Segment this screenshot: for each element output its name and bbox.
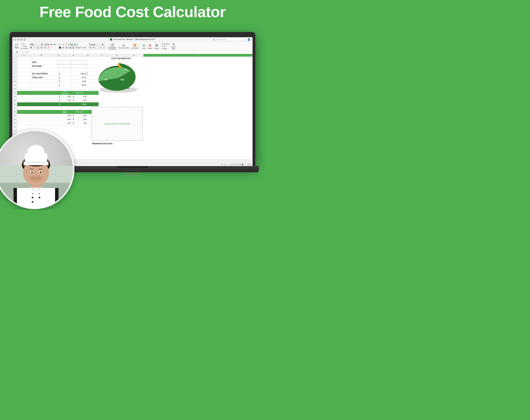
row-num-13: 13 <box>12 91 17 95</box>
percent-btn[interactable]: % <box>92 46 95 49</box>
photo-placeholder-text: Insert a Photo of the Dish <box>103 121 131 126</box>
sale-price-dollar: $ <box>58 72 72 76</box>
align-center-button[interactable]: ☰ <box>62 46 65 49</box>
format-button[interactable]: ⚙ Format <box>153 43 160 49</box>
align-right-button[interactable]: ≣ <box>65 46 68 49</box>
indent-decrease-button[interactable]: ◀ <box>69 46 72 49</box>
formula-cancel-icon[interactable]: ✕ <box>25 51 26 53</box>
search-box[interactable]: Search Sheet <box>215 38 244 41</box>
border-button[interactable]: ⊞ <box>40 46 43 49</box>
align-left-button[interactable]: ⬛ <box>58 46 61 49</box>
col-header-D[interactable]: D <box>66 54 81 56</box>
formula-fx-icon[interactable]: fx <box>27 51 29 53</box>
prep3-total: 1.05 <box>75 121 87 125</box>
delete-button[interactable]: ⊗ Delete <box>147 43 153 49</box>
ingredients-col1 <box>31 91 58 95</box>
view-normal-icon[interactable]: ⊞ <box>221 164 222 165</box>
merge-center-button[interactable]: Merge & Center <box>76 46 87 49</box>
row-num-22: 22 <box>12 125 17 129</box>
font-selector[interactable]: Arial <box>29 43 44 46</box>
svg-point-24 <box>29 175 43 182</box>
row-num-20: 20 <box>12 118 17 121</box>
font-size-selector[interactable]: 10 <box>44 43 50 46</box>
zoom-level: 169% <box>247 164 251 165</box>
ing2-cost: 1.00 <box>61 98 72 102</box>
increase-font-button[interactable]: A+ <box>50 43 53 46</box>
fill-button[interactable]: ▼ Fill <box>162 45 166 47</box>
plus-icon[interactable]: + <box>245 164 246 165</box>
format-paint-button[interactable]: 🖌 Format <box>21 47 28 49</box>
prep1-dollar: $ <box>72 114 75 117</box>
col-header-B[interactable]: B <box>31 54 52 56</box>
font-color-button[interactable]: A <box>47 46 50 49</box>
search-area: 🔍 Search Sheet <box>213 38 244 41</box>
copy-button[interactable]: 📄 Copy <box>21 45 28 47</box>
col-header-H[interactable]: H <box>124 54 144 56</box>
prep3-dollar: $ <box>72 121 75 125</box>
row-num-4: 4 <box>12 57 17 60</box>
cut-button[interactable]: ✂ Cut <box>21 43 28 45</box>
row-ingredient-2: $ 1.00 $ 4.00 <box>17 98 99 102</box>
row-prep-2: 4.50 $ 0.03 <box>17 118 99 121</box>
cell-reference-box[interactable]: I56 <box>13 51 21 53</box>
sort-filter-button[interactable]: ⇅ Sort & Filter <box>171 43 176 49</box>
ing1-cost: 6.20 <box>61 95 72 98</box>
info-block: DATE DISH NAME <box>17 57 99 125</box>
row-6: DISH NAME <box>17 64 99 68</box>
col-header-F[interactable]: F <box>95 54 109 56</box>
view-break-icon[interactable]: — <box>227 164 228 165</box>
col-header-E[interactable]: E <box>81 54 95 56</box>
formula-check-icon[interactable]: ✓ <box>23 51 24 53</box>
date-label: DATE <box>31 60 58 64</box>
col-header-A[interactable]: A <box>17 54 31 56</box>
prep1-cost: 3.00 <box>58 114 72 117</box>
row-ingredient-total: $ 10.20 <box>17 102 99 106</box>
align-top-center-button[interactable]: ≡ <box>62 43 65 46</box>
clear-button[interactable]: ⊘ Clear <box>162 48 167 50</box>
font-section: Arial 10 A+ A- B I U <box>29 43 58 49</box>
indent-increase-button[interactable]: ▶ <box>72 46 75 49</box>
underline-button[interactable]: U <box>37 46 40 49</box>
col-header-I[interactable]: I <box>144 54 252 56</box>
cell-styles-button[interactable]: 🎨 Cell Styles <box>131 43 139 49</box>
fill-color-button[interactable]: A <box>44 46 46 49</box>
insert-button[interactable]: ⊕ Insert <box>141 43 147 49</box>
row-4 <box>17 57 99 60</box>
view-page-icon[interactable]: ⊟ <box>224 164 225 165</box>
row-num-12: 12 <box>12 87 17 91</box>
user-icon: 👤 <box>248 38 250 41</box>
ing2-total: 4.00 <box>75 98 87 102</box>
italic-button[interactable]: I <box>33 46 36 49</box>
zoom-slider[interactable] <box>230 164 244 165</box>
col-header-G[interactable]: G <box>109 54 124 56</box>
wrap-text-button[interactable]: Wrap Text <box>69 43 78 46</box>
autosum-button[interactable]: ∑ AutoSum <box>162 43 170 45</box>
comma-btn[interactable]: , <box>96 46 99 49</box>
row-num-8: 8 <box>12 72 17 76</box>
photo-placeholder[interactable]: Insert a Photo of the Dish <box>91 107 143 141</box>
total-cost-label: TOTAL COST <box>31 76 58 79</box>
decimal-increase-btn[interactable]: .0 <box>99 46 102 49</box>
format-as-table-button[interactable]: 🗂 Format as Table <box>117 43 130 49</box>
date-input[interactable] <box>58 60 72 64</box>
editing-section: ∑ AutoSum ▼ Fill <box>162 43 171 50</box>
row-prep-3: 8.40 $ 1.05 <box>17 121 99 125</box>
chef-svg <box>0 131 74 209</box>
row-5-date: DATE <box>17 60 99 64</box>
align-top-left-button[interactable]: ≡ <box>58 43 61 46</box>
total-cost-value: 13.70 <box>72 76 87 79</box>
remaining-dollar: $ <box>58 83 72 87</box>
bold-button[interactable]: B <box>29 46 33 49</box>
search-icon: 🔍 <box>213 38 215 40</box>
prep3-cost: 8.40 <box>58 121 72 125</box>
number-format-selector[interactable]: General <box>89 43 104 46</box>
paste-button[interactable]: 📋 Paste <box>13 43 20 49</box>
conditional-formatting-button[interactable]: 📊 Conditional Formatting <box>107 42 117 50</box>
align-top-right-button[interactable]: ≡ <box>65 43 68 46</box>
dollar-btn[interactable]: $ <box>89 46 92 49</box>
col-header-C[interactable]: C <box>52 54 66 56</box>
excel-title-bar: Free Food Cost Calculator - Table Manage… <box>12 37 252 42</box>
dish-name-input[interactable] <box>58 64 72 68</box>
decimal-decrease-btn[interactable]: 0. <box>103 46 106 49</box>
decrease-font-button[interactable]: A- <box>54 43 57 46</box>
